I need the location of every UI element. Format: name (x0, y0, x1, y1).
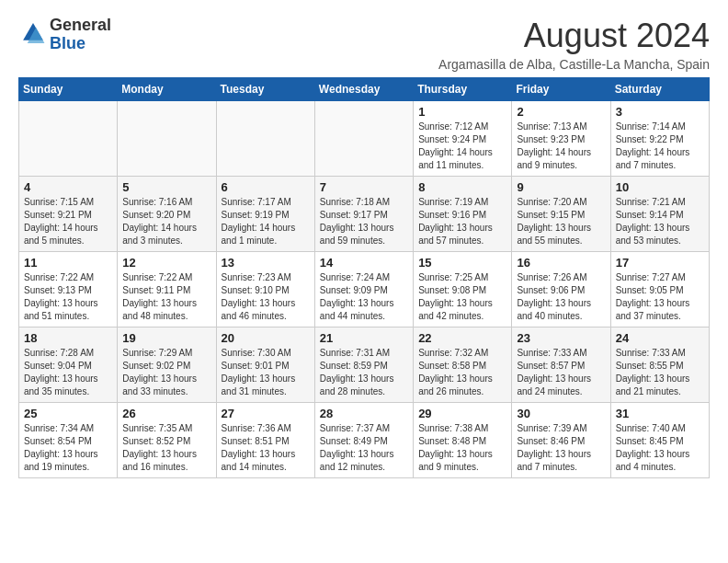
day-number: 5 (122, 180, 210, 194)
calendar-cell: 29Sunrise: 7:38 AMSunset: 8:48 PMDayligh… (414, 403, 512, 478)
day-number: 31 (616, 407, 704, 420)
day-number: 15 (418, 256, 506, 270)
column-header-tuesday: Tuesday (216, 78, 314, 101)
calendar-cell: 22Sunrise: 7:32 AMSunset: 8:58 PMDayligh… (414, 327, 512, 403)
column-header-monday: Monday (118, 78, 216, 101)
day-info: Sunrise: 7:30 AMSunset: 9:01 PMDaylight:… (222, 347, 310, 398)
day-number: 1 (418, 105, 506, 119)
day-info: Sunrise: 7:19 AMSunset: 9:16 PMDaylight:… (418, 196, 506, 247)
day-info: Sunrise: 7:22 AMSunset: 9:13 PMDaylight:… (24, 271, 112, 323)
calendar-header-row: SundayMondayTuesdayWednesdayThursdayFrid… (19, 78, 710, 101)
day-info: Sunrise: 7:14 AMSunset: 9:22 PMDaylight:… (616, 121, 704, 172)
day-number: 13 (222, 256, 310, 270)
day-info: Sunrise: 7:22 AMSunset: 9:11 PMDaylight:… (122, 271, 210, 323)
calendar-cell: 20Sunrise: 7:30 AMSunset: 9:01 PMDayligh… (216, 327, 314, 403)
calendar-cell: 10Sunrise: 7:21 AMSunset: 9:14 PMDayligh… (610, 177, 709, 252)
day-number: 8 (418, 180, 506, 194)
calendar-week-2: 4Sunrise: 7:15 AMSunset: 9:21 PMDaylight… (19, 177, 710, 252)
day-info: Sunrise: 7:15 AMSunset: 9:21 PMDaylight:… (24, 196, 112, 247)
day-info: Sunrise: 7:33 AMSunset: 8:57 PMDaylight:… (517, 347, 605, 398)
day-number: 28 (320, 407, 408, 420)
column-header-sunday: Sunday (19, 78, 118, 101)
calendar-cell: 17Sunrise: 7:27 AMSunset: 9:05 PMDayligh… (610, 252, 709, 327)
day-info: Sunrise: 7:38 AMSunset: 8:48 PMDaylight:… (418, 422, 506, 474)
day-info: Sunrise: 7:24 AMSunset: 9:09 PMDaylight:… (320, 271, 408, 323)
day-info: Sunrise: 7:26 AMSunset: 9:06 PMDaylight:… (517, 271, 605, 323)
calendar-cell: 28Sunrise: 7:37 AMSunset: 8:49 PMDayligh… (314, 403, 413, 478)
day-number: 18 (24, 331, 112, 345)
day-info: Sunrise: 7:27 AMSunset: 9:05 PMDaylight:… (616, 271, 704, 323)
calendar-cell: 14Sunrise: 7:24 AMSunset: 9:09 PMDayligh… (314, 252, 413, 327)
logo: General Blue (18, 17, 111, 53)
day-number: 4 (24, 180, 112, 194)
day-number: 21 (320, 331, 408, 345)
day-info: Sunrise: 7:18 AMSunset: 9:17 PMDaylight:… (320, 196, 408, 247)
logo-icon (20, 20, 46, 46)
calendar-week-3: 11Sunrise: 7:22 AMSunset: 9:13 PMDayligh… (19, 252, 710, 327)
calendar-cell: 5Sunrise: 7:16 AMSunset: 9:20 PMDaylight… (118, 177, 216, 252)
day-number: 6 (222, 180, 310, 194)
day-number: 22 (418, 331, 506, 345)
day-number: 3 (616, 105, 704, 119)
day-number: 30 (517, 407, 605, 420)
day-number: 25 (24, 407, 112, 420)
calendar-cell: 9Sunrise: 7:20 AMSunset: 9:15 PMDaylight… (512, 177, 610, 252)
day-number: 2 (517, 105, 605, 119)
calendar-cell: 13Sunrise: 7:23 AMSunset: 9:10 PMDayligh… (216, 252, 314, 327)
calendar-week-1: 1Sunrise: 7:12 AMSunset: 9:24 PMDaylight… (19, 101, 710, 177)
column-header-saturday: Saturday (610, 78, 709, 101)
calendar-cell: 11Sunrise: 7:22 AMSunset: 9:13 PMDayligh… (19, 252, 118, 327)
calendar-cell (314, 101, 413, 177)
calendar-cell: 1Sunrise: 7:12 AMSunset: 9:24 PMDaylight… (414, 101, 512, 177)
logo-general-text: General (50, 16, 111, 34)
month-year-title: August 2024 (438, 17, 710, 55)
day-number: 16 (517, 256, 605, 270)
day-info: Sunrise: 7:34 AMSunset: 8:54 PMDaylight:… (24, 422, 112, 474)
day-number: 14 (320, 256, 408, 270)
day-info: Sunrise: 7:13 AMSunset: 9:23 PMDaylight:… (517, 121, 605, 172)
day-info: Sunrise: 7:40 AMSunset: 8:45 PMDaylight:… (616, 422, 704, 474)
day-info: Sunrise: 7:31 AMSunset: 8:59 PMDaylight:… (320, 347, 408, 398)
day-number: 19 (122, 331, 210, 345)
day-number: 9 (517, 180, 605, 194)
day-info: Sunrise: 7:21 AMSunset: 9:14 PMDaylight:… (616, 196, 704, 247)
calendar-cell: 4Sunrise: 7:15 AMSunset: 9:21 PMDaylight… (19, 177, 118, 252)
calendar-cell: 18Sunrise: 7:28 AMSunset: 9:04 PMDayligh… (19, 327, 118, 403)
day-info: Sunrise: 7:33 AMSunset: 8:55 PMDaylight:… (616, 347, 704, 398)
day-number: 23 (517, 331, 605, 345)
location-subtitle: Argamasilla de Alba, Castille-La Mancha,… (438, 57, 710, 72)
day-info: Sunrise: 7:35 AMSunset: 8:52 PMDaylight:… (122, 422, 210, 474)
calendar-cell: 27Sunrise: 7:36 AMSunset: 8:51 PMDayligh… (216, 403, 314, 478)
day-info: Sunrise: 7:16 AMSunset: 9:20 PMDaylight:… (122, 196, 210, 247)
calendar-cell: 3Sunrise: 7:14 AMSunset: 9:22 PMDaylight… (610, 101, 709, 177)
calendar-cell: 31Sunrise: 7:40 AMSunset: 8:45 PMDayligh… (610, 403, 709, 478)
column-header-thursday: Thursday (414, 78, 512, 101)
calendar-cell (19, 101, 118, 177)
calendar-cell: 21Sunrise: 7:31 AMSunset: 8:59 PMDayligh… (314, 327, 413, 403)
page-header: General Blue August 2024 Argamasilla de … (18, 17, 710, 72)
day-number: 24 (616, 331, 704, 345)
day-info: Sunrise: 7:23 AMSunset: 9:10 PMDaylight:… (222, 271, 310, 323)
calendar-cell (216, 101, 314, 177)
day-info: Sunrise: 7:36 AMSunset: 8:51 PMDaylight:… (222, 422, 310, 474)
calendar-cell: 25Sunrise: 7:34 AMSunset: 8:54 PMDayligh… (19, 403, 118, 478)
calendar-cell (118, 101, 216, 177)
day-info: Sunrise: 7:32 AMSunset: 8:58 PMDaylight:… (418, 347, 506, 398)
calendar-cell: 24Sunrise: 7:33 AMSunset: 8:55 PMDayligh… (610, 327, 709, 403)
day-info: Sunrise: 7:12 AMSunset: 9:24 PMDaylight:… (418, 121, 506, 172)
calendar-week-4: 18Sunrise: 7:28 AMSunset: 9:04 PMDayligh… (19, 327, 710, 403)
day-info: Sunrise: 7:25 AMSunset: 9:08 PMDaylight:… (418, 271, 506, 323)
day-number: 11 (24, 256, 112, 270)
column-header-friday: Friday (512, 78, 610, 101)
calendar-week-5: 25Sunrise: 7:34 AMSunset: 8:54 PMDayligh… (19, 403, 710, 478)
calendar-table: SundayMondayTuesdayWednesdayThursdayFrid… (18, 77, 710, 478)
calendar-cell: 6Sunrise: 7:17 AMSunset: 9:19 PMDaylight… (216, 177, 314, 252)
calendar-cell: 16Sunrise: 7:26 AMSunset: 9:06 PMDayligh… (512, 252, 610, 327)
day-number: 7 (320, 180, 408, 194)
day-info: Sunrise: 7:29 AMSunset: 9:02 PMDaylight:… (122, 347, 210, 398)
column-header-wednesday: Wednesday (314, 78, 413, 101)
calendar-cell: 23Sunrise: 7:33 AMSunset: 8:57 PMDayligh… (512, 327, 610, 403)
logo-blue-text: Blue (50, 34, 85, 52)
day-number: 17 (616, 256, 704, 270)
day-number: 29 (418, 407, 506, 420)
